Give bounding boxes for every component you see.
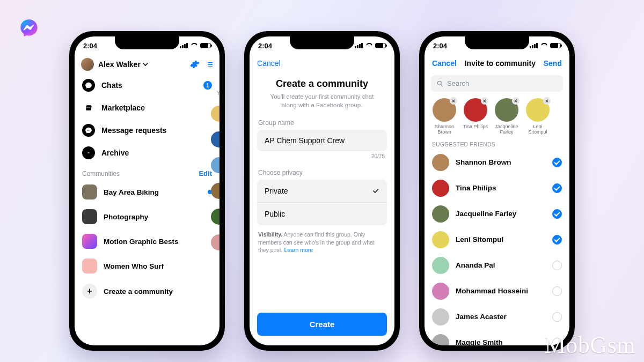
avatar — [432, 231, 449, 248]
avatar: × — [495, 98, 518, 122]
nav-item-archive[interactable]: Archive — [80, 142, 214, 164]
nav-item-message-requests[interactable]: Message requests — [80, 119, 214, 142]
signal-icon — [180, 42, 188, 50]
friend-row[interactable]: Ananda Pal — [425, 253, 569, 278]
friend-name: Jacqueline Farley — [456, 210, 546, 218]
nav-label: Chats — [101, 81, 197, 90]
selected-chip: ×Tina Philips — [462, 98, 489, 135]
dots-icon — [82, 124, 95, 137]
settings-button[interactable] — [190, 60, 200, 69]
phone-create-community: 2:04 Cancel Create a community You'll cr… — [244, 31, 400, 351]
send-button[interactable]: Send — [544, 59, 562, 68]
notch — [465, 36, 529, 49]
friend-row[interactable]: Leni Sitompul — [425, 227, 569, 253]
community-label: Motion Graphic Bests — [104, 238, 212, 246]
community-thumb — [82, 184, 97, 200]
friend-row[interactable]: Tina Philips — [425, 175, 569, 201]
selected-chips: ×Shannon Brown×Tina Philips×Jacqueline F… — [425, 95, 569, 136]
friend-row[interactable]: Shannon Brown — [425, 150, 569, 175]
friend-name: Shannon Brown — [456, 158, 546, 166]
phones-row: 2:04 Alex Walker ≡ Chats1Marketplac — [0, 31, 644, 362]
selected-chip: ×Shannon Brown — [431, 98, 458, 135]
learn-more-link[interactable]: Learn more — [284, 247, 313, 253]
avatar — [432, 257, 449, 274]
user-name: Alex Walker — [98, 60, 141, 69]
avatar — [81, 58, 94, 71]
create-community-row[interactable]: + Create a community — [75, 278, 219, 304]
friend-name: Leni Sitompul — [456, 235, 546, 243]
avatar — [432, 205, 449, 223]
plus-icon: + — [82, 284, 97, 299]
privacy-option-private[interactable]: Private — [257, 180, 387, 202]
remove-chip-button[interactable]: × — [512, 97, 519, 105]
community-thumb — [82, 234, 97, 249]
friend-row[interactable]: James Acaster — [425, 304, 569, 330]
cancel-button[interactable]: Cancel — [257, 59, 281, 68]
select-checkbox[interactable] — [552, 338, 562, 345]
privacy-label: Choose privacy — [258, 169, 386, 176]
signal-icon — [355, 42, 363, 50]
nav-item-marketplace[interactable]: Marketplace — [80, 97, 214, 119]
battery-icon — [200, 43, 211, 48]
friend-row[interactable]: Jacqueline Farley — [425, 201, 569, 227]
wifi-icon — [540, 43, 548, 48]
status-time: 2:04 — [258, 42, 272, 50]
group-name-input[interactable]: AP Chem Support Crew — [257, 130, 387, 151]
chat-icon — [82, 79, 95, 92]
community-item[interactable]: Photography — [75, 204, 219, 229]
battery-icon — [550, 43, 561, 48]
select-checkbox[interactable] — [552, 158, 562, 167]
chip-name: Shannon Brown — [431, 124, 458, 135]
svg-point-0 — [87, 130, 87, 130]
select-checkbox[interactable] — [552, 235, 562, 245]
selected-chip: ×Jacqueline Farley — [493, 98, 520, 135]
wifi-icon — [365, 43, 373, 48]
select-checkbox[interactable] — [552, 312, 562, 322]
community-thumb — [82, 258, 97, 274]
svg-rect-5 — [87, 152, 90, 153]
community-item[interactable]: Bay Area Biking — [75, 180, 219, 204]
search-input[interactable]: Search — [431, 75, 563, 92]
remove-chip-button[interactable]: × — [481, 97, 488, 105]
avatar — [432, 180, 449, 197]
create-community-label: Create a community — [104, 287, 173, 295]
avatar: × — [464, 98, 487, 122]
select-checkbox[interactable] — [552, 183, 562, 193]
select-checkbox[interactable] — [552, 261, 562, 270]
privacy-option-public[interactable]: Public — [257, 202, 387, 225]
char-counter: 20/75 — [259, 153, 385, 159]
status-time: 2:04 — [433, 42, 447, 50]
check-icon — [372, 187, 379, 195]
account-header[interactable]: Alex Walker ≡ — [75, 55, 219, 74]
friend-row[interactable]: Maggie Smith — [425, 330, 569, 345]
remove-chip-button[interactable]: × — [450, 97, 457, 105]
remove-chip-button[interactable]: × — [543, 97, 551, 105]
create-button[interactable]: Create — [257, 313, 387, 336]
communities-section-label: Communities — [82, 170, 120, 178]
community-label: Bay Area Biking — [104, 188, 201, 196]
notch — [290, 36, 354, 49]
nav-label: Message requests — [101, 126, 212, 135]
primary-nav: Chats1MarketplaceMessage requestsArchive — [75, 74, 219, 164]
nav-item-chats[interactable]: Chats1 — [80, 74, 214, 97]
screen-title: Create a community — [258, 78, 386, 90]
avatar — [432, 334, 449, 345]
visibility-note: Visibility. Anyone can find this group. … — [258, 231, 386, 254]
community-item[interactable]: Women Who Surf — [75, 254, 219, 278]
select-checkbox[interactable] — [552, 286, 562, 296]
phone-sidebar: 2:04 Alex Walker ≡ Chats1Marketplac — [69, 31, 225, 351]
svg-point-1 — [88, 130, 89, 130]
nav-label: Marketplace — [101, 104, 212, 112]
privacy-selector: PrivatePublic — [257, 180, 387, 225]
svg-line-7 — [441, 84, 443, 86]
friend-row[interactable]: Mohammad Hosseini — [425, 278, 569, 304]
phone-invite: 2:04 Cancel Invite to community Send Sea… — [419, 31, 575, 351]
screen-title: Invite to community — [465, 59, 536, 68]
svg-point-2 — [90, 130, 90, 130]
chip-name: Leni Sitompul — [524, 124, 551, 135]
select-checkbox[interactable] — [552, 209, 562, 219]
cancel-button[interactable]: Cancel — [432, 59, 457, 68]
community-item[interactable]: Motion Graphic Bests — [75, 229, 219, 254]
communities-list: Bay Area BikingPhotographyMotion Graphic… — [75, 180, 219, 278]
avatar: × — [433, 98, 456, 122]
